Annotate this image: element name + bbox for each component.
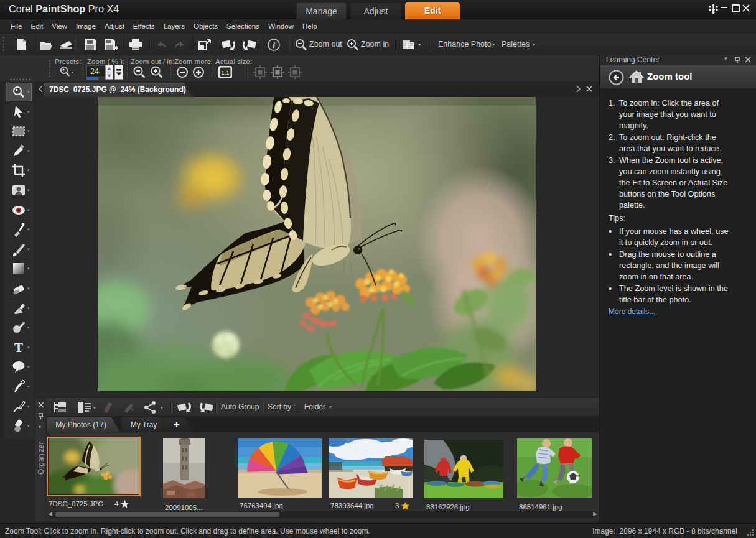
svg-text:T: T xyxy=(14,340,23,355)
svg-text:1:1: 1:1 xyxy=(221,69,229,76)
svg-text:i: i xyxy=(273,40,275,50)
